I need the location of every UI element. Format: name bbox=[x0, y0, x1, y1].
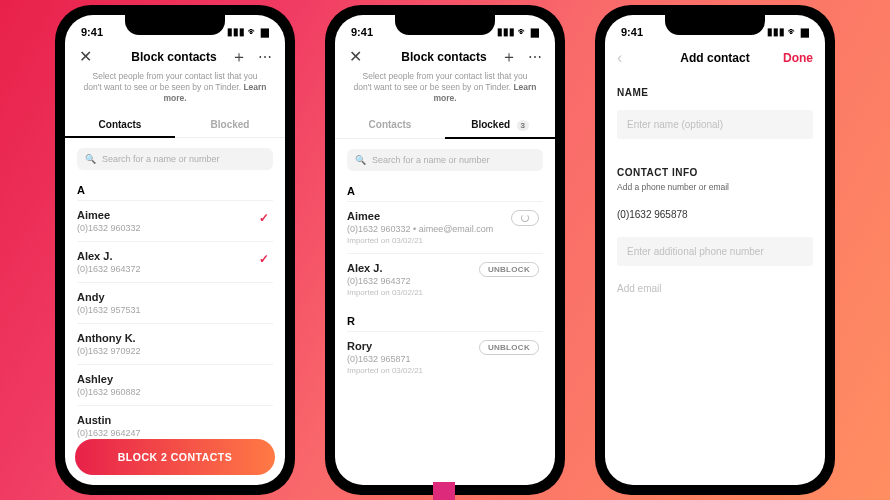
phone-2: 9:41 ▮▮▮ ᯤ ▆ ✕ Block contacts ＋ ⋯ Select… bbox=[325, 5, 565, 495]
contact-name: Aimee bbox=[77, 209, 273, 221]
screen-1: 9:41 ▮▮▮ ᯤ ▆ ✕ Block contacts ＋ ⋯ Select… bbox=[65, 15, 285, 485]
contact-name: Austin bbox=[77, 414, 273, 426]
add-contact-form: NAME CONTACT INFO Add a phone number or … bbox=[605, 73, 825, 485]
battery-icon: ▆ bbox=[801, 26, 809, 37]
wifi-icon: ᯤ bbox=[788, 26, 798, 37]
nav-bar: ✕ Block contacts ＋ ⋯ bbox=[335, 41, 555, 71]
status-time: 9:41 bbox=[351, 26, 373, 38]
blocked-count-badge: 3 bbox=[517, 120, 529, 131]
imported-date: Imported on 03/02/21 bbox=[347, 236, 543, 245]
imported-date: Imported on 03/02/21 bbox=[347, 288, 543, 297]
search-placeholder: Search for a name or number bbox=[102, 154, 220, 164]
wifi-icon: ᯤ bbox=[248, 26, 258, 37]
check-icon: ✓ bbox=[259, 252, 269, 266]
contact-row[interactable]: Rory(0)1632 965871Imported on 03/02/21UN… bbox=[347, 331, 543, 383]
tab-contacts[interactable]: Contacts bbox=[65, 112, 175, 137]
tab-blocked-label: Blocked bbox=[471, 119, 510, 130]
contact-name: Ashley bbox=[77, 373, 273, 385]
notch bbox=[395, 15, 495, 35]
status-time: 9:41 bbox=[81, 26, 103, 38]
contact-row[interactable]: Anthony K.(0)1632 970922 bbox=[77, 323, 273, 364]
close-icon[interactable]: ✕ bbox=[77, 49, 93, 65]
loading-toggle[interactable] bbox=[511, 210, 539, 226]
contact-phone: (0)1632 957531 bbox=[77, 305, 273, 315]
name-section-label: NAME bbox=[617, 73, 813, 102]
contact-row[interactable]: Ashley(0)1632 960882 bbox=[77, 364, 273, 405]
contact-row[interactable]: Aimee(0)1632 960332 • aimee@email.comImp… bbox=[347, 201, 543, 253]
signal-icon: ▮▮▮ bbox=[497, 26, 515, 37]
signal-icon: ▮▮▮ bbox=[227, 26, 245, 37]
additional-phone-input[interactable] bbox=[617, 237, 813, 266]
nav-bar: ‹ Add contact Done bbox=[605, 41, 825, 73]
tab-blocked[interactable]: Blocked 3 bbox=[445, 112, 555, 138]
section-letter: R bbox=[347, 315, 543, 327]
imported-date: Imported on 03/02/21 bbox=[347, 366, 543, 375]
contact-row[interactable]: Alex J.(0)1632 964372Imported on 03/02/2… bbox=[347, 253, 543, 305]
section-letter: A bbox=[347, 185, 543, 197]
contact-row[interactable]: Aimee(0)1632 960332✓ bbox=[77, 200, 273, 241]
back-icon[interactable]: ‹ bbox=[617, 49, 622, 67]
screen-2: 9:41 ▮▮▮ ᯤ ▆ ✕ Block contacts ＋ ⋯ Select… bbox=[335, 15, 555, 485]
status-icons: ▮▮▮ ᯤ ▆ bbox=[767, 26, 809, 37]
contact-phone: (0)1632 965871 bbox=[347, 354, 543, 364]
more-icon[interactable]: ⋯ bbox=[257, 49, 273, 65]
unblock-button[interactable]: UNBLOCK bbox=[479, 340, 539, 355]
status-icons: ▮▮▮ ᯤ ▆ bbox=[227, 26, 269, 37]
check-icon: ✓ bbox=[259, 211, 269, 225]
contact-phone: (0)1632 964247 bbox=[77, 428, 273, 438]
nav-bar: ✕ Block contacts ＋ ⋯ bbox=[65, 41, 285, 71]
contact-phone: (0)1632 964372 bbox=[347, 276, 543, 286]
tabs: Contacts Blocked 3 bbox=[335, 112, 555, 139]
contact-name: Alex J. bbox=[77, 250, 273, 262]
subtitle: Select people from your contact list tha… bbox=[335, 71, 555, 112]
section-letter: A bbox=[77, 184, 273, 196]
blocked-list[interactable]: AAimee(0)1632 960332 • aimee@email.comIm… bbox=[335, 175, 555, 485]
add-icon[interactable]: ＋ bbox=[501, 49, 517, 65]
unblock-button[interactable]: UNBLOCK bbox=[479, 262, 539, 277]
contact-row[interactable]: Alex J.(0)1632 964372✓ bbox=[77, 241, 273, 282]
done-button[interactable]: Done bbox=[783, 51, 813, 65]
search-icon: 🔍 bbox=[85, 154, 96, 164]
email-input[interactable] bbox=[617, 274, 813, 303]
page-title: Block contacts bbox=[387, 50, 501, 64]
phone-input[interactable] bbox=[617, 200, 813, 229]
contact-phone: (0)1632 964372 bbox=[77, 264, 273, 274]
more-icon[interactable]: ⋯ bbox=[527, 49, 543, 65]
marker bbox=[433, 482, 455, 500]
contact-name: Andy bbox=[77, 291, 273, 303]
tabs: Contacts Blocked bbox=[65, 112, 285, 138]
signal-icon: ▮▮▮ bbox=[767, 26, 785, 37]
subtitle-text: Select people from your contact list tha… bbox=[353, 71, 527, 92]
tab-contacts[interactable]: Contacts bbox=[335, 112, 445, 138]
contact-phone: (0)1632 960332 • aimee@email.com bbox=[347, 224, 543, 234]
contact-row[interactable]: Andy(0)1632 957531 bbox=[77, 282, 273, 323]
block-button[interactable]: BLOCK 2 CONTACTS bbox=[75, 439, 275, 475]
page-title: Block contacts bbox=[117, 50, 231, 64]
wifi-icon: ᯤ bbox=[518, 26, 528, 37]
contact-phone: (0)1632 970922 bbox=[77, 346, 273, 356]
close-icon[interactable]: ✕ bbox=[347, 49, 363, 65]
contact-info-sub: Add a phone number or email bbox=[617, 182, 813, 192]
notch bbox=[125, 15, 225, 35]
search-input[interactable]: 🔍 Search for a name or number bbox=[347, 149, 543, 171]
contact-phone: (0)1632 960332 bbox=[77, 223, 273, 233]
contact-info-label: CONTACT INFO bbox=[617, 153, 813, 182]
status-icons: ▮▮▮ ᯤ ▆ bbox=[497, 26, 539, 37]
phone-3: 9:41 ▮▮▮ ᯤ ▆ ‹ Add contact Done NAME CON… bbox=[595, 5, 835, 495]
tab-blocked[interactable]: Blocked bbox=[175, 112, 285, 137]
contact-phone: (0)1632 960882 bbox=[77, 387, 273, 397]
search-icon: 🔍 bbox=[355, 155, 366, 165]
battery-icon: ▆ bbox=[261, 26, 269, 37]
name-input[interactable] bbox=[617, 110, 813, 139]
screen-3: 9:41 ▮▮▮ ᯤ ▆ ‹ Add contact Done NAME CON… bbox=[605, 15, 825, 485]
status-time: 9:41 bbox=[621, 26, 643, 38]
add-icon[interactable]: ＋ bbox=[231, 49, 247, 65]
search-placeholder: Search for a name or number bbox=[372, 155, 490, 165]
notch bbox=[665, 15, 765, 35]
subtitle-text: Select people from your contact list tha… bbox=[83, 71, 257, 92]
subtitle: Select people from your contact list tha… bbox=[65, 71, 285, 112]
page-title: Add contact bbox=[657, 51, 773, 65]
search-input[interactable]: 🔍 Search for a name or number bbox=[77, 148, 273, 170]
phone-1: 9:41 ▮▮▮ ᯤ ▆ ✕ Block contacts ＋ ⋯ Select… bbox=[55, 5, 295, 495]
battery-icon: ▆ bbox=[531, 26, 539, 37]
